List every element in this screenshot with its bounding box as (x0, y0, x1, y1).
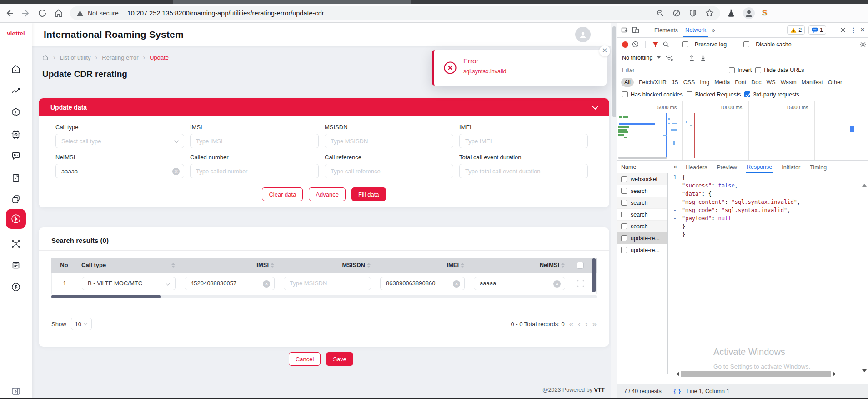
export-har-icon[interactable] (700, 54, 707, 61)
request-search[interactable]: search (617, 197, 667, 209)
tab-network[interactable]: Network (683, 23, 708, 37)
request-update-rerating[interactable]: update-re... (617, 244, 667, 256)
called-number-input[interactable] (196, 168, 313, 175)
request-checkbox[interactable] (621, 188, 627, 194)
sort-icon[interactable] (461, 263, 464, 268)
save-button[interactable]: Save (326, 352, 353, 366)
breadcrumb-home-icon[interactable] (42, 54, 49, 61)
tab-initiator[interactable]: Initiator (781, 161, 801, 173)
scroll-down-icon[interactable] (862, 369, 867, 372)
filter-other[interactable]: Other (828, 79, 842, 86)
toast-close-icon[interactable]: ✕ (599, 45, 610, 56)
cancel-button[interactable]: Cancel (289, 352, 321, 366)
preserve-log-checkbox[interactable] (682, 41, 688, 47)
fill-data-button[interactable]: Fill data (351, 187, 386, 201)
tab-timing[interactable]: Timing (809, 161, 828, 173)
sidebar-home-icon[interactable] (10, 64, 21, 75)
clear-data-button[interactable]: Clear data (262, 187, 303, 201)
network-waterfall-overview[interactable]: 5000 ms 10000 ms 15000 ms (617, 101, 868, 161)
next-page-icon[interactable]: › (585, 320, 588, 328)
clear-field-icon[interactable]: ✕ (453, 280, 460, 288)
kebab-menu-icon[interactable]: ⋮ (850, 26, 857, 34)
clear-field-icon[interactable]: ✕ (172, 168, 180, 175)
user-avatar[interactable] (575, 27, 591, 42)
disable-cache-checkbox[interactable] (743, 41, 749, 47)
sidebar-chat-icon[interactable] (10, 151, 21, 162)
filter-manifest[interactable]: Manifest (802, 79, 823, 86)
breadcrumb-update[interactable]: Update (150, 54, 169, 61)
request-checkbox[interactable] (621, 247, 627, 253)
network-settings-gear-icon[interactable] (859, 41, 867, 48)
timeline-mini-scrollbar[interactable] (618, 157, 667, 159)
filter-all[interactable]: All (621, 78, 634, 87)
fold-marker[interactable]: - (668, 206, 679, 214)
filter-media[interactable]: Media (714, 79, 730, 86)
column-msisdn[interactable]: MSISDN (279, 258, 375, 273)
row-checkbox[interactable] (577, 280, 584, 287)
request-update-rerating-selected[interactable]: update-re... (617, 232, 667, 244)
extension-s-icon[interactable]: S (762, 9, 767, 18)
call-type-select[interactable]: Select call type (55, 134, 184, 148)
request-search[interactable]: search (617, 221, 667, 232)
page-size-select[interactable]: 10 (71, 318, 92, 330)
content-blocked-icon[interactable] (672, 9, 681, 17)
network-filter-input[interactable] (622, 67, 704, 73)
zoom-icon[interactable] (656, 9, 664, 17)
request-checkbox[interactable] (621, 235, 627, 241)
fold-marker[interactable]: - (668, 222, 679, 231)
sidebar-alert-icon[interactable] (10, 107, 21, 118)
advance-button[interactable]: Advance (309, 187, 346, 201)
breadcrumb-list-of-utility[interactable]: List of utility (60, 54, 91, 61)
fold-marker[interactable]: - (668, 182, 679, 190)
request-search[interactable]: search (617, 185, 667, 197)
filter-wasm[interactable]: Wasm (781, 79, 797, 86)
has-blocked-cookies-checkbox[interactable] (622, 91, 628, 97)
column-imsi[interactable]: IMSI (180, 258, 279, 273)
filter-ws[interactable]: WS (766, 79, 775, 86)
record-icon[interactable] (622, 41, 628, 48)
row-imei-input[interactable] (386, 280, 459, 287)
network-conditions-icon[interactable] (665, 54, 673, 61)
request-search[interactable]: search (617, 209, 667, 221)
request-checkbox[interactable] (621, 212, 627, 217)
inspect-element-icon[interactable] (621, 26, 628, 34)
msisdn-input[interactable] (331, 138, 447, 145)
filter-css[interactable]: CSS (683, 79, 695, 86)
page-scrollbar[interactable] (611, 23, 617, 398)
clear-field-icon[interactable]: ✕ (553, 280, 561, 288)
first-page-icon[interactable]: « (569, 320, 573, 328)
column-neimsi[interactable]: NeIMSI (469, 258, 569, 273)
braces-icon[interactable]: { } (668, 388, 687, 394)
address-bar[interactable]: Not secure 10.207.252.135:8200/roaming-a… (70, 6, 720, 20)
issues-badge[interactable]: 1 (808, 25, 826, 35)
request-checkbox[interactable] (621, 176, 627, 182)
profile-avatar-icon[interactable] (743, 7, 755, 19)
devtools-settings-gear-icon[interactable] (839, 26, 847, 34)
filter-funnel-icon[interactable] (652, 41, 659, 48)
response-vertical-scrollbar[interactable] (862, 177, 867, 373)
warnings-badge[interactable]: 2 (787, 25, 805, 35)
forward-icon[interactable] (21, 8, 31, 18)
fold-marker[interactable]: - (668, 190, 679, 198)
sidebar-dollar-icon[interactable] (10, 282, 21, 293)
third-party-requests-checkbox[interactable] (744, 91, 750, 97)
bookmark-star-icon[interactable] (705, 9, 714, 17)
tab-response[interactable]: Response (746, 161, 773, 173)
hide-data-urls-checkbox[interactable] (755, 67, 761, 73)
sidebar-network-hub-icon[interactable] (10, 238, 21, 249)
blocked-requests-checkbox[interactable] (687, 91, 692, 97)
home-icon[interactable] (54, 8, 64, 18)
extension-flask-icon[interactable] (727, 9, 736, 18)
sidebar-list-icon[interactable] (10, 260, 21, 271)
device-toolbar-icon[interactable] (632, 26, 639, 34)
fold-marker[interactable]: - (668, 231, 679, 239)
sidebar-copy-icon[interactable] (10, 194, 21, 205)
select-all-checkbox[interactable] (577, 262, 584, 269)
tab-preview[interactable]: Preview (716, 161, 738, 173)
total-duration-input[interactable] (465, 168, 582, 175)
scroll-left-icon[interactable] (677, 372, 679, 376)
sidebar-document-icon[interactable] (10, 172, 21, 183)
last-page-icon[interactable]: » (592, 320, 597, 328)
table-horizontal-scrollbar[interactable] (51, 295, 597, 298)
request-checkbox[interactable] (621, 200, 627, 206)
